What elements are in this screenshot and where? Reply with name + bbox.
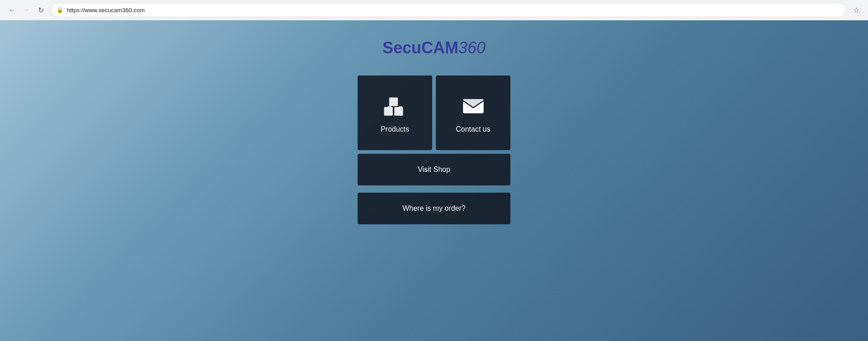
svg-rect-1 — [394, 107, 403, 115]
lock-icon: 🔒 — [57, 7, 63, 13]
reload-button[interactable]: ↻ — [34, 4, 47, 16]
order-status-button[interactable]: Where is my order? — [358, 193, 510, 224]
contact-icon — [461, 93, 486, 118]
svg-rect-4 — [399, 106, 402, 108]
page-content: SecuCAM360 Products — [0, 20, 868, 341]
svg-rect-3 — [388, 106, 391, 108]
bookmark-button[interactable]: ☆ — [850, 4, 863, 16]
products-card[interactable]: Products — [358, 76, 432, 150]
back-button[interactable]: ← — [5, 4, 18, 16]
products-icon — [382, 93, 408, 118]
browser-nav-buttons: ← → ↻ — [5, 4, 47, 16]
logo-360: 360 — [458, 38, 486, 57]
browser-chrome: ← → ↻ 🔒 https://www.secucam360.com ☆ — [0, 0, 868, 20]
visit-shop-label: Visit Shop — [418, 166, 450, 174]
address-bar[interactable]: 🔒 https://www.secucam360.com — [51, 3, 846, 17]
url-text: https://www.secucam360.com — [67, 7, 840, 14]
nav-buttons-column: Visit Shop Where is my order? — [358, 154, 510, 228]
browser-toolbar: ← → ↻ 🔒 https://www.secucam360.com ☆ — [0, 0, 868, 20]
contact-card[interactable]: Contact us — [436, 76, 510, 150]
products-label: Products — [381, 125, 409, 133]
visit-shop-button[interactable]: Visit Shop — [358, 154, 510, 185]
svg-rect-0 — [384, 107, 392, 115]
order-status-label: Where is my order? — [402, 204, 466, 213]
nav-grid: Products Contact us — [358, 76, 510, 150]
contact-label: Contact us — [456, 125, 490, 133]
logo-secucam: SecuCAM — [382, 38, 458, 57]
site-logo: SecuCAM360 — [382, 38, 486, 57]
forward-button[interactable]: → — [20, 4, 33, 16]
svg-rect-2 — [389, 97, 397, 106]
